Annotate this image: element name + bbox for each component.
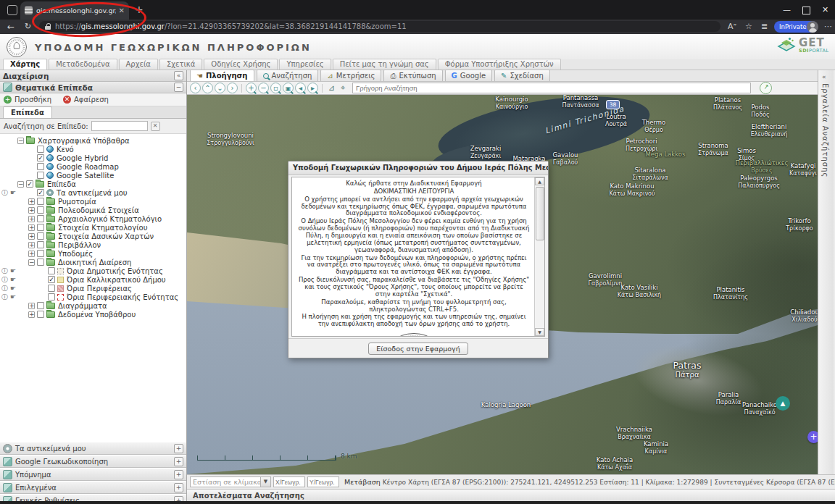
collapse-panel-icon[interactable]: −: [174, 83, 183, 92]
menu-tab[interactable]: Μεταδεδομένα: [49, 59, 117, 70]
tree-row-label[interactable]: Περιβάλλον: [58, 241, 101, 249]
layer-checkbox[interactable]: [37, 302, 44, 309]
minimize-icon[interactable]: —: [783, 5, 791, 14]
layer-checkbox[interactable]: [37, 146, 44, 153]
quick-search-input[interactable]: [352, 83, 751, 93]
scroll-thumb[interactable]: [536, 187, 544, 240]
expander-icon[interactable]: [28, 259, 35, 266]
zoom-out-icon[interactable]: [258, 83, 269, 93]
zoom-next-icon[interactable]: [307, 83, 318, 93]
tree-row-label[interactable]: Αρχαιολογικό Κτηματολόγιο: [58, 215, 162, 223]
tree-row-label[interactable]: Ρυμοτομία: [58, 198, 96, 206]
layer-checkbox[interactable]: [48, 293, 55, 301]
expander-icon[interactable]: [28, 224, 35, 231]
favorites-bar-icon[interactable]: ≣: [761, 22, 768, 31]
profile-avatar[interactable]: [807, 21, 818, 33]
tree-row-label[interactable]: Διοικητική Διαίρεση: [58, 259, 131, 266]
layer-checkbox[interactable]: [48, 276, 55, 283]
scroll-down-icon[interactable]: ▼: [535, 328, 544, 336]
pan-left-icon[interactable]: [190, 83, 201, 93]
expander-icon[interactable]: [28, 207, 35, 214]
expander-icon[interactable]: [28, 233, 35, 240]
layer-checkbox[interactable]: [37, 241, 44, 248]
menu-tab[interactable]: Υπηρεσίες: [279, 59, 331, 70]
map-add-overlay-icon[interactable]: +: [807, 431, 818, 443]
refresh-icon[interactable]: ↻: [25, 22, 31, 31]
menu-tab[interactable]: Αρχεία: [119, 59, 158, 70]
browser-tab[interactable]: gis.messolonghi.gov.gr/?lon=21.4 ✕: [20, 1, 129, 20]
zoom-previous-icon[interactable]: [295, 83, 306, 93]
zoom-full-extent-icon[interactable]: [283, 83, 294, 93]
enter-application-button[interactable]: Είσοδος στην Εφαρμογή: [368, 343, 468, 355]
inprivate-badge[interactable]: InPrivate (2): [774, 21, 818, 33]
expander-icon[interactable]: [17, 138, 24, 144]
pan-right-icon[interactable]: [227, 83, 238, 93]
tree-row-label[interactable]: Κενό: [57, 146, 74, 154]
add-layer-button[interactable]: Προσθήκη: [14, 96, 51, 104]
row-tools[interactable]: [1, 284, 16, 293]
row-tools[interactable]: [1, 266, 16, 275]
expander-icon[interactable]: [28, 198, 35, 205]
tree-row[interactable]: Υποδομές: [0, 249, 186, 258]
pan-up-icon[interactable]: [202, 83, 213, 93]
accordion-label[interactable]: Google Γεωκωδικοποίηση: [15, 458, 108, 466]
search-tools-panel-collapsed[interactable]: « Εργαλεία Αναζήτησης: [818, 70, 834, 474]
layer-checkbox[interactable]: [37, 259, 44, 266]
position-tool-icon[interactable]: [338, 83, 348, 93]
zoom-in-icon[interactable]: [246, 83, 257, 93]
tree-row-label[interactable]: Όρια Δημοτικής Ενότητας: [67, 267, 163, 275]
layer-checkbox[interactable]: [37, 224, 44, 231]
layer-checkbox[interactable]: [37, 172, 44, 179]
tree-row-label[interactable]: Υποδομές: [58, 250, 93, 258]
layer-checkbox[interactable]: [37, 232, 44, 240]
tree-row[interactable]: Google Hybrid: [0, 154, 186, 162]
url-field[interactable]: https://gis.messolonghi.gov.gr/?lon=21.4…: [39, 21, 720, 32]
accordion-header[interactable]: Google Γεωκωδικοποίηση: [0, 455, 186, 468]
chevron-down-icon[interactable]: ▼: [260, 477, 270, 487]
accordion-header[interactable]: Επιλεγμένα: [0, 481, 186, 494]
tab-title[interactable]: gis.messolonghi.gov.gr/?lon=21.4: [36, 7, 116, 14]
layer-checkbox[interactable]: [48, 267, 55, 274]
layer-checkbox[interactable]: [37, 215, 44, 222]
tree-row[interactable]: Όρια Δημοτικής Ενότητας: [0, 266, 186, 275]
tree-row[interactable]: Αρχαιολογικό Κτηματολόγιο: [0, 214, 186, 223]
tree-row[interactable]: Όρια Περιφερειακής Ενότητας: [0, 293, 186, 301]
row-tools[interactable]: [1, 293, 16, 301]
expand-icon[interactable]: [174, 444, 183, 453]
tree-row[interactable]: Κενό: [0, 145, 186, 154]
tree-row-label[interactable]: Χαρτογραφικά Υπόβαθρα: [38, 137, 130, 145]
tree-row-label[interactable]: Πολεοδομικά Στοιχεία: [58, 206, 139, 214]
tree-row-label[interactable]: Τα αντικείμενά μου: [57, 189, 128, 197]
row-tools[interactable]: [1, 275, 16, 284]
accordion-header[interactable]: Τα αντικείμενά μου: [0, 442, 186, 455]
favorite-star-icon[interactable]: ☆: [745, 22, 752, 31]
tree-row[interactable]: Στοιχεία Δασικών Χαρτών: [0, 232, 186, 240]
menu-tab[interactable]: Σχετικά: [159, 59, 202, 70]
dialog-scrollbar[interactable]: ▲ ▼: [534, 177, 544, 336]
tree-row[interactable]: Τα αντικείμενά μου: [0, 188, 186, 197]
mountain-peak-marker[interactable]: [776, 396, 790, 411]
back-icon[interactable]: ←: [7, 22, 14, 32]
maximize-icon[interactable]: [802, 7, 810, 14]
expander-icon[interactable]: [28, 251, 35, 257]
more-options-icon[interactable]: ⋯: [824, 22, 832, 31]
tree-row-label[interactable]: Επίπεδα: [47, 180, 76, 188]
x-coordinate-input[interactable]: [273, 476, 305, 487]
y-coordinate-input[interactable]: [307, 476, 339, 487]
tree-row[interactable]: Όρια Περιφέρειας: [0, 284, 186, 293]
collapse-sidebar-icon[interactable]: «: [174, 71, 183, 80]
tab-draw[interactable]: Σχεδίαση: [494, 70, 550, 81]
tree-row-label[interactable]: Google Satellite: [57, 172, 114, 180]
tree-row[interactable]: Επίπεδα: [0, 180, 186, 188]
tree-row[interactable]: Ρυμοτομία: [0, 197, 186, 206]
accordion-label[interactable]: Επιλεγμένα: [15, 484, 57, 492]
tree-row[interactable]: Περιβάλλον: [0, 240, 186, 249]
layer-checkbox[interactable]: [48, 285, 55, 292]
tab-search-icon[interactable]: [7, 5, 17, 15]
tree-row-label[interactable]: Όρια Περιφερειακής Ενότητας: [67, 293, 178, 301]
tree-row[interactable]: Πολεοδομικά Στοιχεία: [0, 206, 186, 214]
tab-print[interactable]: Εκτύπωση: [383, 70, 442, 81]
get-sdiportal-logo[interactable]: GET SDIPORTAL: [777, 37, 829, 54]
menu-tab[interactable]: Οδηγίες Χρήσης: [204, 59, 278, 70]
tree-row[interactable]: Όρια Καλλικρατικού Δήμου: [0, 275, 186, 284]
